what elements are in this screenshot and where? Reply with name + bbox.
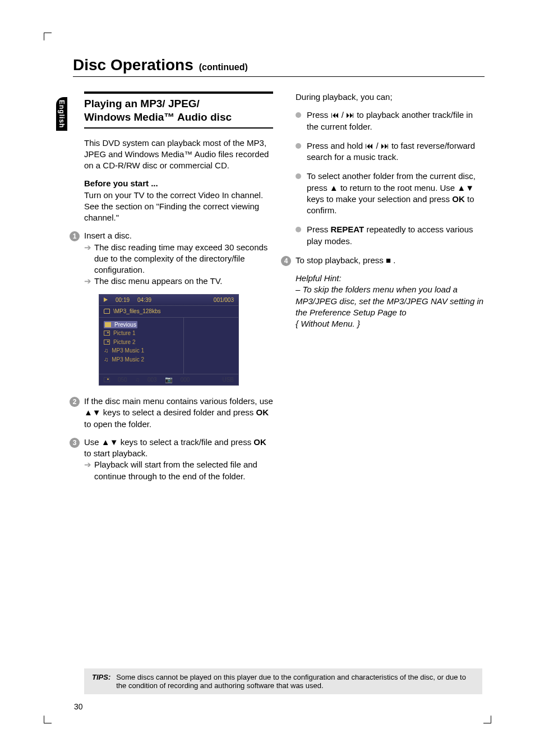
- list-item-label: MP3 Music 2: [112, 356, 144, 364]
- crop-mark-top-left: [44, 33, 52, 40]
- ok-label: OK: [253, 437, 266, 447]
- up-down-keys-icon: ▲▼: [84, 407, 101, 417]
- tips-label: TIPS:: [92, 673, 110, 690]
- disc-menu-list: Previous Picture 1 Picture 2 ♫MP3 Music …: [99, 318, 183, 374]
- music-note-icon: ♫: [135, 377, 140, 382]
- b2-pre: Press and hold: [307, 141, 365, 150]
- bullet-2: Press and hold ⏮ / ⏭ to fast reverse/for…: [296, 140, 485, 163]
- step-number-2: 2: [70, 397, 80, 407]
- step-2-post: to open the folder.: [84, 419, 151, 429]
- music-note-icon: ♫: [104, 348, 108, 353]
- picture-icon: [104, 377, 110, 382]
- disc-menu-bot-folder: 050: [118, 376, 127, 384]
- hint-label: Helpful Hint:: [296, 273, 342, 283]
- crop-mark-bottom-left: [44, 716, 52, 723]
- before-text: Turn on your TV to the correct Video In …: [84, 190, 263, 223]
- page-title-continued: (continued): [199, 62, 248, 72]
- hint-body: – To skip the folders menu when you load…: [296, 285, 483, 317]
- hint-option: { Without Menu. }: [296, 319, 360, 328]
- picture-icon: [104, 340, 110, 345]
- step-3-post: to start playback.: [84, 448, 147, 458]
- step-1-text: Insert a disc.: [84, 231, 132, 240]
- disc-menu-bot-usb: USB: [222, 376, 234, 384]
- before-you-start: Before you start ... Turn on your TV to …: [84, 178, 273, 223]
- list-item-label: Picture 1: [113, 329, 135, 337]
- b4-pre: Press: [307, 224, 331, 234]
- disc-menu-preview: [183, 318, 238, 374]
- page-title: Disc Operations: [73, 56, 193, 74]
- list-item: ♫MP3 Music 1: [104, 347, 179, 355]
- bullet-1: Press ⏮ / ⏭ to playback another track/fi…: [296, 109, 485, 132]
- page-number: 30: [74, 702, 83, 711]
- disc-menu-path: \MP3_files_128kbs: [113, 308, 161, 315]
- disc-menu-bot-cam: 000: [181, 376, 190, 384]
- left-column: Playing an MP3/ JPEG/ Windows Media™ Aud…: [84, 91, 273, 489]
- up-down-keys-icon: ▲▼: [102, 437, 118, 447]
- list-item: Previous: [104, 321, 137, 329]
- b3-mid: to return to the root menu. Use: [338, 183, 458, 193]
- picture-icon: [104, 331, 110, 336]
- music-note-icon: ♫: [104, 357, 108, 362]
- up-key-icon: ▲: [330, 183, 338, 193]
- language-tab-label: English: [58, 100, 66, 128]
- tips-box: TIPS: Some discs cannot be played on thi…: [84, 668, 482, 694]
- play-icon: [104, 297, 108, 302]
- step-4-pre: To stop playback, press: [296, 255, 386, 265]
- list-item: ♫MP3 Music 2: [104, 356, 179, 364]
- disc-menu-screenshot: 00:19 04:39 001/003 \MP3_files_128kbs Pr…: [99, 294, 239, 386]
- step-3-arrow: Playback will start from the selected fi…: [84, 459, 273, 482]
- ok-label: OK: [452, 194, 465, 204]
- before-label: Before you start ...: [84, 178, 158, 188]
- step-number-4: 4: [281, 256, 291, 266]
- disc-menu-bot-note: 003: [147, 376, 157, 384]
- section-heading-line1: Playing an MP3/ JPEG/: [84, 98, 200, 109]
- b1-pre: Press: [307, 110, 331, 120]
- prev-next-icon: ⏮ / ⏭: [365, 141, 389, 150]
- disc-menu-path-row: \MP3_files_128kbs: [99, 306, 238, 318]
- stop-icon: ■: [386, 255, 391, 265]
- step-1-arrow-1: The disc reading time may exceed 30 seco…: [84, 242, 273, 276]
- disc-menu-topbar: 00:19 04:39 001/003: [99, 295, 238, 306]
- step-2-mid: keys to select a desired folder and pres…: [101, 407, 256, 417]
- list-item-label: Previous: [114, 321, 136, 329]
- b3-mid2: keys to make your selection and press: [307, 194, 452, 204]
- step-3-pre: Use: [84, 437, 102, 447]
- repeat-label: REPEAT: [331, 224, 365, 234]
- intro-paragraph: This DVD system can playback most of the…: [84, 138, 273, 172]
- bullet-3: To select another folder from the curren…: [296, 171, 485, 216]
- list-item: Picture 2: [104, 338, 179, 346]
- crop-mark-bottom-right: [483, 716, 491, 723]
- disc-menu-body: Previous Picture 1 Picture 2 ♫MP3 Music …: [99, 318, 238, 374]
- step-number-3: 3: [70, 438, 80, 448]
- step-2-pre: If the disc main menu contains various f…: [84, 396, 273, 406]
- step-3: 3 Use ▲▼ keys to select a track/file and…: [84, 437, 273, 482]
- up-down-keys-icon: ▲▼: [457, 183, 474, 193]
- list-item-label: Picture 2: [113, 338, 135, 346]
- helpful-hint: Helpful Hint: – To skip the folders menu…: [296, 273, 485, 329]
- step-number-1: 1: [70, 231, 80, 241]
- camera-icon: 📷: [165, 377, 173, 382]
- disc-menu-time1: 00:19: [116, 296, 130, 304]
- step-4-post: .: [391, 255, 395, 265]
- disc-menu-bottombar: 050 ♫ 003 📷 000 USB: [99, 374, 238, 386]
- disc-menu-time2: 04:39: [137, 296, 151, 304]
- list-item-label: MP3 Music 1: [112, 347, 144, 355]
- folder-icon: [104, 309, 110, 314]
- title-rule: [73, 76, 485, 77]
- step-2: 2 If the disc main menu contains various…: [84, 396, 273, 430]
- step-1: 1 Insert a disc. The disc reading time m…: [84, 230, 273, 287]
- ok-label: OK: [256, 407, 269, 417]
- right-intro: During playback, you can;: [296, 91, 485, 103]
- folder-icon: [105, 322, 111, 327]
- bullet-4: Press REPEAT repeatedly to access variou…: [296, 224, 485, 247]
- section-heading-line2: Windows Media™ Audio disc: [84, 111, 232, 123]
- right-column: During playback, you can; Press ⏮ / ⏭ to…: [296, 91, 485, 489]
- step-1-arrow-2: The disc menu appears on the TV.: [84, 276, 273, 287]
- step-3-mid: keys to select a track/file and press: [118, 437, 254, 447]
- list-item: Picture 1: [104, 329, 179, 337]
- section-heading: Playing an MP3/ JPEG/ Windows Media™ Aud…: [84, 91, 273, 129]
- prev-next-icon: ⏮ / ⏭: [331, 110, 355, 120]
- language-tab: English: [56, 97, 67, 131]
- step-4: 4 To stop playback, press ■ .: [296, 255, 485, 266]
- disc-menu-track: 001/003: [214, 296, 234, 304]
